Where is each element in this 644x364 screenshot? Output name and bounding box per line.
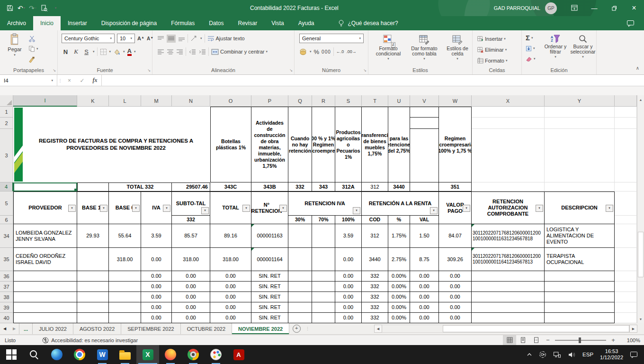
- cell-num-retencion[interactable]: SIN. RET: [251, 292, 288, 302]
- cell[interactable]: [312, 313, 335, 323]
- enter-button[interactable]: ✓: [76, 75, 89, 86]
- cell-note-construccion[interactable]: Actividades de construcción de obra mate…: [251, 107, 288, 182]
- cell[interactable]: [545, 292, 615, 302]
- tab-splitter[interactable]: ⋮: [304, 323, 311, 334]
- dialog-launcher-icon[interactable]: ↘: [53, 69, 56, 73]
- borders-icon[interactable]: [100, 48, 107, 55]
- copy-button[interactable]: ▾: [28, 45, 38, 53]
- zoom-slider[interactable]: [555, 340, 606, 341]
- underline-button[interactable]: S: [82, 48, 90, 55]
- cell[interactable]: [109, 271, 141, 282]
- cell-code-3440[interactable]: 3440: [388, 182, 410, 191]
- sheet-tab-overflow[interactable]: ...: [19, 323, 33, 334]
- collapse-ribbon-button[interactable]: ∧: [636, 65, 639, 71]
- zoom-slider-thumb[interactable]: [579, 337, 581, 343]
- header-cod[interactable]: COD: [362, 216, 388, 224]
- formula-input[interactable]: [101, 75, 644, 86]
- cell-ret100[interactable]: 3.59: [335, 224, 362, 248]
- row-header[interactable]: 39: [0, 302, 13, 313]
- cell[interactable]: [288, 271, 312, 282]
- cell-ret100[interactable]: 0.00: [335, 248, 362, 271]
- cell-total[interactable]: 0.00: [210, 302, 251, 313]
- column-header[interactable]: U: [388, 95, 410, 107]
- row-header[interactable]: 34: [0, 224, 13, 248]
- filter-button[interactable]: ▾: [606, 205, 613, 212]
- cell-note-regimen[interactable]: Regimen Microempresarial: 100% y 1,75 %: [439, 107, 472, 182]
- cell[interactable]: [615, 129, 637, 182]
- filter-button[interactable]: ▾: [163, 205, 170, 212]
- cell[interactable]: [288, 313, 312, 323]
- namebox-splitter[interactable]: ⋮: [57, 75, 63, 86]
- cell-iva[interactable]: 0.00: [141, 282, 172, 292]
- menu-tab[interactable]: Archivo: [0, 16, 33, 30]
- taskbar-app[interactable]: [159, 345, 182, 364]
- align-center-icon[interactable]: [167, 49, 174, 55]
- cell-total[interactable]: 318.00: [210, 248, 251, 271]
- fill-color-icon[interactable]: [113, 48, 121, 55]
- cell-proveedor[interactable]: CEDEÑO ORDOÑEZ ISRAEL DAVID: [13, 248, 77, 271]
- cell[interactable]: [410, 129, 439, 182]
- cell[interactable]: [13, 302, 77, 313]
- align-middle-icon[interactable]: [167, 35, 176, 43]
- cell-valor-pago[interactable]: 0.00: [439, 271, 472, 282]
- cell-num-retencion[interactable]: 000001163: [251, 224, 288, 248]
- cell[interactable]: [77, 302, 109, 313]
- row-header[interactable]: 4: [0, 182, 13, 191]
- cell-total[interactable]: 0.00: [210, 313, 251, 323]
- header-total[interactable]: TOTAL ▾: [210, 191, 251, 224]
- cell-code-343c[interactable]: 343C: [210, 182, 251, 191]
- insert-function-button[interactable]: fx: [89, 75, 101, 86]
- align-left-icon[interactable]: [157, 49, 164, 55]
- cell-val[interactable]: 0.00: [410, 302, 439, 313]
- cell-valor-pago[interactable]: 0.00: [439, 302, 472, 313]
- cell-num-retencion[interactable]: SIN. RET: [251, 302, 288, 313]
- cell-code-312[interactable]: 312: [362, 182, 388, 191]
- cell[interactable]: [288, 292, 312, 302]
- row-header[interactable]: 3: [0, 129, 13, 182]
- cell-ret70[interactable]: [312, 224, 335, 248]
- cell-pct[interactable]: 0.00%: [388, 282, 410, 292]
- header-base12[interactable]: BASE 12 ▾: [77, 191, 109, 224]
- column-header[interactable]: L: [109, 95, 141, 107]
- align-right-icon[interactable]: [176, 49, 183, 55]
- taskbar-app[interactable]: [114, 345, 136, 364]
- cell-subtotal[interactable]: 0.00: [172, 292, 210, 302]
- menu-tab[interactable]: Inicio: [33, 16, 61, 30]
- header-subtotal-code[interactable]: 332: [172, 216, 210, 224]
- cell[interactable]: [312, 271, 335, 282]
- cell-descripcion[interactable]: TERAPISTA OCUPACIONAL: [545, 248, 615, 271]
- cell-val[interactable]: 0.00: [410, 271, 439, 282]
- taskbar-app[interactable]: X: [136, 345, 159, 364]
- bold-button[interactable]: N: [62, 48, 70, 55]
- cell[interactable]: [312, 282, 335, 292]
- cell-num-retencion[interactable]: SIN. RET: [251, 271, 288, 282]
- clear-button[interactable]: ▾: [526, 55, 536, 63]
- new-sheet-button[interactable]: +: [289, 323, 304, 334]
- row-header[interactable]: 2: [0, 118, 13, 129]
- cell[interactable]: [410, 107, 439, 118]
- cell-note-retenciones[interactable]: para las retenciones del 2,75%: [388, 107, 410, 182]
- cell[interactable]: [77, 282, 109, 292]
- font-color-icon[interactable]: A: [127, 48, 132, 56]
- cell[interactable]: [545, 129, 615, 182]
- cell-note-transferencia[interactable]: Transferencia de bienes muebles 1,75%: [362, 107, 388, 182]
- cell[interactable]: [472, 107, 545, 118]
- close-button[interactable]: ×: [624, 0, 644, 16]
- taskbar-app[interactable]: [0, 345, 23, 364]
- cell-val[interactable]: 8.75: [410, 248, 439, 271]
- qat-customize-button[interactable]: ▾: [50, 2, 61, 14]
- sheet-tab[interactable]: OCTUBRE 2022: [181, 323, 232, 334]
- cell-base0[interactable]: 55.64: [109, 224, 141, 248]
- cell[interactable]: [109, 282, 141, 292]
- autosum-button[interactable]: Σ▾: [526, 34, 533, 42]
- row-header[interactable]: 6: [0, 216, 13, 224]
- cell-report-title[interactable]: REGISTRO DE FACTURAS DE COMPRA Y RETENCI…: [13, 107, 210, 182]
- cell[interactable]: [545, 271, 615, 282]
- cell[interactable]: [77, 182, 109, 191]
- cell-code-343[interactable]: 343: [312, 182, 335, 191]
- language-indicator[interactable]: ESP: [579, 352, 597, 357]
- cell-base12[interactable]: [77, 248, 109, 271]
- cell-cod[interactable]: 332: [362, 302, 388, 313]
- cell[interactable]: [288, 302, 312, 313]
- clock[interactable]: 16:53 1/12/2022: [597, 348, 626, 361]
